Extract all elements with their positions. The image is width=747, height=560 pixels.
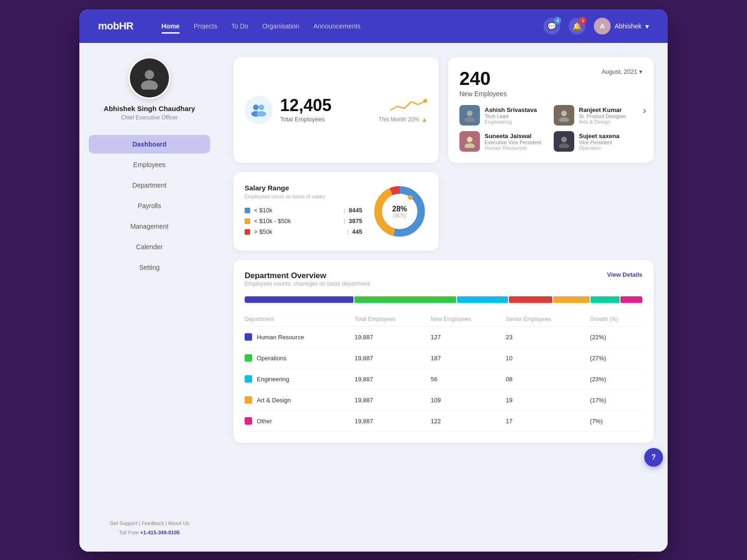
- new-emp-cell: 187: [431, 348, 506, 369]
- senior-emp-cell: 17: [506, 411, 590, 432]
- new-emp-cell: 122: [431, 411, 506, 432]
- profile-avatar: [128, 57, 170, 99]
- senior-emp-cell: 23: [506, 327, 590, 348]
- table-row: Operations 19,887 187 10 (27%): [245, 348, 642, 369]
- svg-point-12: [465, 143, 475, 148]
- total-emp-cell: 19,887: [355, 369, 431, 390]
- svg-point-10: [559, 117, 569, 122]
- emp-info-3: Sujeet saxena Vice Persident Operation: [579, 133, 620, 151]
- total-emp-cell: 19,887: [355, 411, 431, 432]
- total-emp-cell: 19,887: [355, 390, 431, 411]
- new-employees-card: 240 New Employees August, 2021 ▾: [448, 57, 654, 163]
- new-emp-count: 240: [459, 68, 507, 89]
- dept-dot: [245, 333, 252, 341]
- dept-color-bar: [245, 296, 642, 303]
- dot-yellow: [245, 218, 250, 224]
- chevron-down-icon: ▾: [639, 68, 642, 75]
- donut-chart: 28% (3875): [372, 183, 428, 239]
- dept-name-cell: Human Resource: [245, 333, 355, 341]
- dept-name: Operations: [257, 355, 287, 362]
- view-details-button[interactable]: View Details: [607, 271, 642, 278]
- header: mobHR Home Projects To Do Organisation A…: [79, 9, 668, 43]
- svg-point-6: [423, 99, 427, 103]
- total-emp-cell: 19,887: [355, 327, 431, 348]
- sidebar: Abhishek Singh Chaudhary Chief Executive…: [79, 43, 219, 552]
- user-menu-button[interactable]: A Abhishek ▾: [594, 18, 649, 35]
- nav-home[interactable]: Home: [162, 21, 180, 32]
- month-pct: This Month 20% ▲: [379, 116, 428, 123]
- dept-dot: [245, 417, 252, 425]
- salary-title: Salary Range: [245, 184, 362, 192]
- new-emp-header: 240 New Employees August, 2021 ▾: [459, 68, 642, 98]
- growth-cell: (27%): [590, 348, 642, 369]
- month-change: This Month 20% ▲: [379, 97, 428, 123]
- table-row: Art & Design 19,887 109 19 (17%): [245, 390, 642, 411]
- col-total: Total Employees: [355, 312, 431, 327]
- sidebar-item-payrolls[interactable]: Payrolls: [89, 196, 210, 215]
- sidebar-item-management[interactable]: Management: [89, 217, 210, 236]
- growth-cell: (17%): [590, 390, 642, 411]
- dept-name: Art & Design: [257, 397, 291, 404]
- top-row: 12,405 Total Employees This Month 20% ▲: [233, 57, 654, 163]
- emp-info-2: Suneeta Jaiswal Executive Vice Persident…: [485, 133, 541, 151]
- senior-emp-cell: 10: [506, 348, 590, 369]
- bar-green: [591, 296, 620, 303]
- dept-name-cell: Operations: [245, 354, 355, 362]
- app-wrapper: mobHR Home Projects To Do Organisation A…: [79, 9, 668, 552]
- profile-section: Abhishek Singh Chaudhary Chief Executive…: [104, 57, 195, 121]
- salary-range-card: Salary Range Employees count on basis of…: [233, 172, 439, 251]
- nav-announcements[interactable]: Announcements: [313, 21, 360, 32]
- new-emp-cell: 127: [431, 327, 506, 348]
- svg-point-14: [559, 143, 569, 148]
- nav-organisation[interactable]: Organisation: [262, 21, 299, 32]
- employee-item-2: Suneeta Jaiswal Executive Vice Persident…: [459, 131, 548, 152]
- new-emp-label: New Employees: [459, 90, 507, 98]
- month-selector[interactable]: August, 2021 ▾: [601, 68, 642, 75]
- help-button[interactable]: ?: [644, 448, 663, 467]
- sidebar-item-department[interactable]: Department: [89, 176, 210, 195]
- chat-button[interactable]: 💬 4: [543, 18, 560, 35]
- new-emp-cell: 56: [431, 369, 506, 390]
- toll-free-number: +1-415-349-0105: [140, 530, 180, 535]
- sidebar-item-dashboard[interactable]: Dashboard: [89, 135, 210, 154]
- new-employee-grid: Ashish Srivastava Tech Lead Engineering …: [459, 105, 642, 152]
- col-dept: Department: [245, 312, 355, 327]
- dept-dot: [245, 396, 252, 404]
- emp-info-0: Ashish Srivastava Tech Lead Engineering: [485, 106, 537, 125]
- bar-design: [509, 296, 552, 303]
- nav-projects[interactable]: Projects: [194, 21, 218, 32]
- svg-point-9: [561, 111, 567, 116]
- col-new: New Employees: [431, 312, 506, 327]
- logo: mobHR: [98, 20, 134, 32]
- user-avatar: A: [594, 18, 611, 35]
- arrow-up-icon: ▲: [421, 116, 428, 123]
- bar-eng: [457, 296, 508, 303]
- total-emp-label: Total Employees: [280, 116, 371, 123]
- sidebar-item-employees[interactable]: Employees: [89, 155, 210, 174]
- svg-point-2: [253, 105, 259, 110]
- dept-name-cell: Art & Design: [245, 396, 355, 404]
- emp-photo-3: [554, 131, 574, 152]
- bar-art: [553, 296, 590, 303]
- table-row: Human Resource 19,887 127 23 (22%): [245, 327, 642, 348]
- svg-point-7: [467, 111, 472, 116]
- header-right: 💬 4 🔔 1 A Abhishek ▾: [543, 18, 649, 35]
- trend-chart: [390, 97, 428, 114]
- sidebar-item-setting[interactable]: Setting: [89, 258, 210, 277]
- nav-todo[interactable]: To Do: [231, 21, 248, 32]
- employee-item-3: Sujeet saxena Vice Persident Operation: [554, 131, 642, 152]
- dept-overview-card: Department Overview Employees counts, ch…: [233, 260, 654, 443]
- chevron-down-icon: ▾: [645, 22, 649, 31]
- col-growth: Growth (%): [590, 312, 642, 327]
- dept-name-cell: Engineering: [245, 375, 355, 383]
- dept-dot: [245, 354, 252, 362]
- next-employees-button[interactable]: ›: [643, 105, 646, 115]
- bar-hr: [245, 296, 353, 303]
- footer-links: Get Support | Feedback | About Us: [110, 519, 189, 528]
- salary-row-0: < $10k : 8445: [245, 207, 362, 214]
- svg-point-1: [141, 80, 158, 90]
- sidebar-item-calender[interactable]: Calender: [89, 238, 210, 256]
- notification-button[interactable]: 🔔 1: [569, 18, 585, 35]
- bar-other: [620, 296, 642, 303]
- total-employees-card: 12,405 Total Employees This Month 20% ▲: [233, 57, 439, 163]
